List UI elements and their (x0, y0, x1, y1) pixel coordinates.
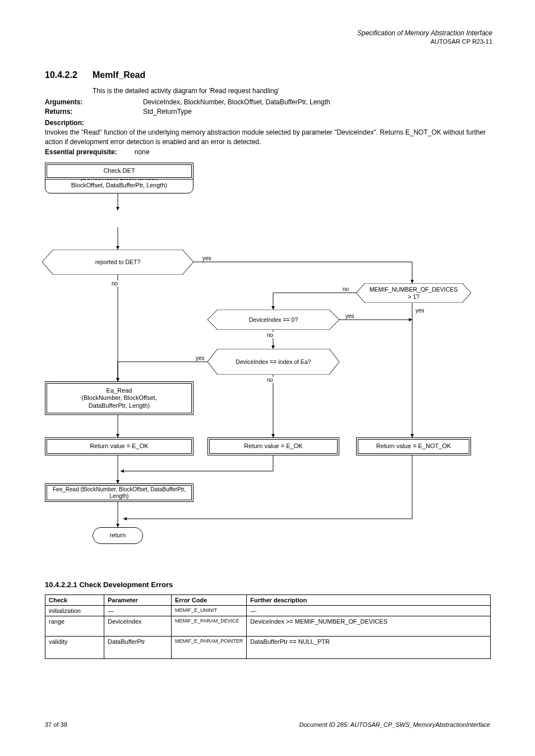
cell: MEMIF_E_PARAM_POINTER (172, 637, 247, 659)
footer-page: 37 of 38 (45, 721, 67, 728)
label-yes-2: yes (415, 307, 425, 314)
cell: MEMIF_E_PARAM_DEVICE (172, 616, 247, 637)
node-fee-read: Fee_Read (BlockNumber, BlockOffset, Data… (45, 483, 193, 502)
cell: MEMIF_E_UNINIT (172, 606, 247, 616)
doc-header-line1: Specification of Memory Abstraction Inte… (357, 29, 492, 37)
cell: DeviceIndex >= MEMIF_NUMBER_OF_DEVICES (247, 616, 491, 637)
table-row: validity DataBufferPtr MEMIF_E_PARAM_POI… (45, 637, 491, 659)
section-title: MemIf_Read (93, 70, 145, 80)
cell: DataBufferPtr == NULL_PTR (247, 637, 491, 659)
description-label: Description: (45, 119, 84, 127)
cell: — (247, 606, 491, 616)
decision-ea-index-text: DeviceIndex == index of Ea? (207, 349, 339, 375)
cell: initialization (45, 606, 104, 616)
cell: DeviceIndex (104, 616, 172, 637)
errors-heading: 10.4.2.2.1 Check Development Errors (45, 580, 173, 589)
col-errorcode: Error Code (172, 595, 247, 606)
decision-reported-text: reported to DET? (42, 250, 193, 275)
section-callout: This is the detailed activity diagram fo… (93, 87, 279, 95)
args-value: DeviceIndex, BlockNumber, BlockOffset, D… (143, 98, 330, 106)
cell: range (45, 616, 104, 637)
cell: — (104, 606, 172, 616)
decision-devices-text: MEMIF_NUMBER_OF_DEVICES > 1? (356, 283, 471, 303)
decision-devices: MEMIF_NUMBER_OF_DEVICES > 1? (356, 283, 471, 303)
label-no-4: no (266, 377, 274, 383)
footer-docid: Document ID 285: AUTOSAR_CP_SWS_MemoryAb… (299, 721, 490, 728)
node-return: return (93, 527, 143, 544)
decision-reported: reported to DET? (42, 250, 193, 275)
col-further: Further description (247, 595, 491, 606)
label-yes-1: yes (202, 255, 212, 261)
label-yes-4: yes (195, 355, 205, 361)
prereq-value: none (135, 148, 150, 156)
label-yes-3: yes (345, 313, 355, 319)
node-eok-left: Return value = E_OK (45, 437, 193, 455)
decision-deviceindex: DeviceIndex == 0? (207, 310, 339, 330)
label-no-2: no (342, 286, 349, 292)
table-row: initialization — MEMIF_E_UNINIT — (45, 606, 491, 616)
flowchart: MemIf_Read (DeviceIndex, BlockNumber, Bl… (45, 163, 488, 555)
args-label: Arguments: (45, 98, 82, 106)
col-parameter: Parameter (104, 595, 172, 606)
cell: validity (45, 637, 104, 659)
node-eok-mid: Return value = E_OK (207, 437, 339, 455)
label-no-1: no (111, 280, 118, 287)
decision-deviceindex-text: DeviceIndex == 0? (207, 310, 339, 330)
col-check: Check (45, 595, 104, 606)
node-enok: Return value = E_NOT_OK (356, 437, 471, 455)
node-check-det: Check DET (45, 163, 193, 179)
section-number: 10.4.2.2 (45, 70, 77, 80)
table-header-row: Check Parameter Error Code Further descr… (45, 595, 491, 606)
doc-header-line2: AUTOSAR CP R23-11 (357, 38, 492, 45)
returns-value: Std_ReturnType (143, 108, 192, 116)
decision-ea-index: DeviceIndex == index of Ea? (207, 349, 339, 375)
prereq-label: Essential prerequisite: (45, 148, 117, 156)
table-row: range DeviceIndex MEMIF_E_PARAM_DEVICE D… (45, 616, 491, 637)
cell: DataBufferPtr (104, 637, 172, 659)
label-no-3: no (266, 332, 274, 338)
node-ea-read: Ea_Read (BlockNumber, BlockOffset, DataB… (45, 381, 193, 415)
description-text: Invokes the "Read" function of the under… (45, 128, 490, 147)
errors-table: Check Parameter Error Code Further descr… (45, 594, 491, 659)
doc-header: Specification of Memory Abstraction Inte… (357, 29, 492, 45)
returns-label: Returns: (45, 108, 72, 116)
